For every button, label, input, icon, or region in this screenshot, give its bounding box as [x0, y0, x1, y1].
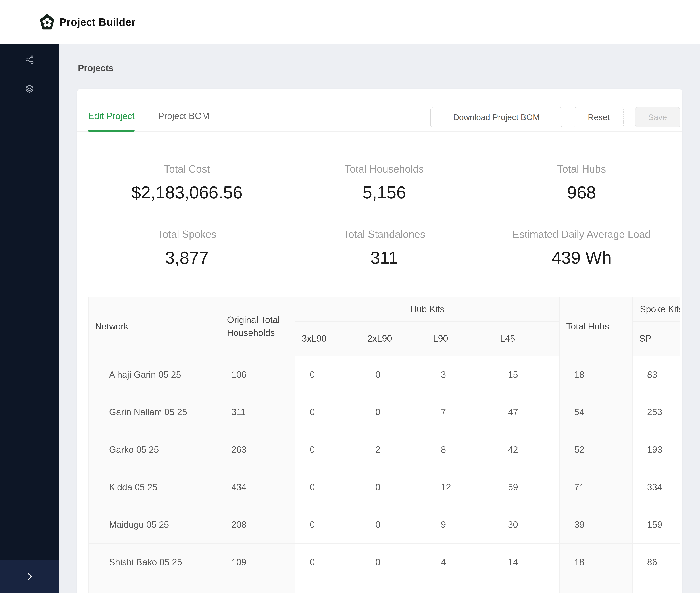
cell-total-hubs: 18 [560, 356, 632, 393]
cell-l90: 3 [426, 356, 493, 393]
cell-original-households: 109 [220, 543, 295, 581]
cell-total-hubs: 71 [560, 468, 632, 506]
app-title: Project Builder [59, 16, 135, 28]
sidebar-item-projects[interactable] [25, 84, 35, 94]
cell-l90: 8 [426, 431, 493, 468]
cell-sp: 101 [632, 581, 680, 593]
column-header-network: Network [88, 297, 220, 356]
tab-project-bom[interactable]: Project BOM [158, 111, 209, 131]
share-nodes-icon [25, 55, 35, 65]
stat-value: 311 [286, 246, 483, 270]
cell-2xl90: 0 [361, 393, 426, 431]
cell-original-households: 106 [220, 356, 295, 393]
cell-total-hubs: 39 [560, 506, 632, 543]
app-header: Project Builder [0, 0, 700, 44]
cell-network: Shishi Bako 05 25 [88, 543, 220, 581]
cell-l90: 12 [426, 468, 493, 506]
cell-3xl90: 0 [295, 543, 361, 581]
cell-l45: 47 [493, 393, 560, 431]
toolbar: Download Project BOM Reset Save [430, 107, 680, 127]
cell-sp: 193 [632, 431, 680, 468]
projects-card: Edit Project Project BOM Download Projec… [77, 89, 682, 593]
table-row[interactable]: Shishi Bako 05 25 109 0 0 4 14 18 86 [88, 543, 680, 581]
column-header-2xl90: 2xL90 [361, 321, 426, 356]
cell-network: Kidda 05 25 [88, 468, 220, 506]
table-row[interactable]: Garin Nallam 05 25 311 0 0 7 47 54 253 [88, 393, 680, 431]
tab-bar: Edit Project Project BOM Download Projec… [77, 89, 682, 132]
chevron-right-icon [25, 571, 35, 582]
cell-l45: 30 [493, 506, 560, 543]
stat-total-standalones: Total Standalones 311 [286, 228, 483, 270]
column-header-3xl90: 3xL90 [295, 321, 361, 356]
stat-label: Total Hubs [483, 163, 680, 175]
cell-3xl90: 0 [295, 581, 361, 593]
cell-l45: 42 [493, 431, 560, 468]
cell-sp: 334 [632, 468, 680, 506]
stat-label: Total Spokes [88, 228, 286, 240]
cell-total-hubs: 54 [560, 393, 632, 431]
column-header-l90: L90 [426, 321, 493, 356]
save-button[interactable]: Save [635, 107, 680, 127]
sidebar [0, 44, 59, 593]
stat-value: $2,183,066.56 [88, 181, 286, 204]
sidebar-item-networks[interactable] [25, 55, 35, 65]
cell-l45: 15 [493, 581, 560, 593]
cell-sp: 83 [632, 356, 680, 393]
cell-network: Garko 05 25 [88, 431, 220, 468]
cell-original-households: 208 [220, 506, 295, 543]
cell-3xl90: 0 [295, 506, 361, 543]
cell-2xl90: 0 [361, 543, 426, 581]
tab-edit-project[interactable]: Edit Project [88, 111, 135, 131]
stat-value: 968 [483, 181, 680, 204]
cell-2xl90: 0 [361, 468, 426, 506]
stat-label: Total Standalones [286, 228, 483, 240]
cell-l45: 14 [493, 543, 560, 581]
cell-2xl90: 0 [361, 356, 426, 393]
stat-total-cost: Total Cost $2,183,066.56 [88, 163, 286, 204]
stat-total-spokes: Total Spokes 3,877 [88, 228, 286, 270]
stat-estimated-daily-average-load: Estimated Daily Average Load 439 Wh [483, 228, 680, 270]
stat-value: 3,877 [88, 246, 286, 270]
app-logo-icon [40, 14, 55, 30]
cell-original-households: 126 [220, 581, 295, 593]
cell-2xl90: 0 [361, 581, 426, 593]
cell-3xl90: 0 [295, 431, 361, 468]
cell-l90: 7 [426, 393, 493, 431]
cell-l45: 15 [493, 356, 560, 393]
app-window: Project Builder [0, 0, 700, 593]
cell-sp: 86 [632, 543, 680, 581]
cell-3xl90: 0 [295, 393, 361, 431]
column-group-spoke-kits: Spoke Kits [632, 297, 680, 321]
cell-2xl90: 0 [361, 506, 426, 543]
cell-3xl90: 0 [295, 468, 361, 506]
summary-stats: Total Cost $2,183,066.56 Total Household… [77, 132, 682, 270]
table-row[interactable]: Garko 05 25 263 0 2 8 42 52 193 [88, 431, 680, 468]
cell-sp: 159 [632, 506, 680, 543]
table-row[interactable]: Kidda 05 25 434 0 0 12 59 71 334 [88, 468, 680, 506]
table-row[interactable]: Shuwari 05 25 126 0 0 5 15 20 101 [88, 581, 680, 593]
cell-l90: 4 [426, 543, 493, 581]
cell-total-hubs: 52 [560, 431, 632, 468]
stat-value: 439 Wh [483, 246, 680, 270]
table-row[interactable]: Alhaji Garin 05 25 106 0 0 3 15 18 83 [88, 356, 680, 393]
tabs: Edit Project Project BOM [88, 111, 209, 131]
stat-label: Total Cost [88, 163, 286, 175]
column-header-original-total-households: Original Total Households [220, 297, 295, 356]
page-title: Projects [78, 63, 114, 73]
table-row[interactable]: Maidugu 05 25 208 0 0 9 30 39 159 [88, 506, 680, 543]
stat-total-hubs: Total Hubs 968 [483, 163, 680, 204]
download-project-bom-button[interactable]: Download Project BOM [430, 107, 563, 127]
cell-network: Alhaji Garin 05 25 [88, 356, 220, 393]
sidebar-expand-button[interactable] [0, 560, 59, 593]
cell-network: Shuwari 05 25 [88, 581, 220, 593]
cell-l90: 5 [426, 581, 493, 593]
main-content: Projects Edit Project Project BOM Downlo… [59, 44, 700, 593]
cell-original-households: 311 [220, 393, 295, 431]
networks-table: Network Original Total Households Hub Ki… [88, 297, 680, 593]
cell-l45: 59 [493, 468, 560, 506]
reset-button[interactable]: Reset [574, 107, 624, 127]
column-header-l45: L45 [493, 321, 560, 356]
cell-original-households: 434 [220, 468, 295, 506]
stat-value: 5,156 [286, 181, 483, 204]
layers-icon [25, 84, 35, 94]
